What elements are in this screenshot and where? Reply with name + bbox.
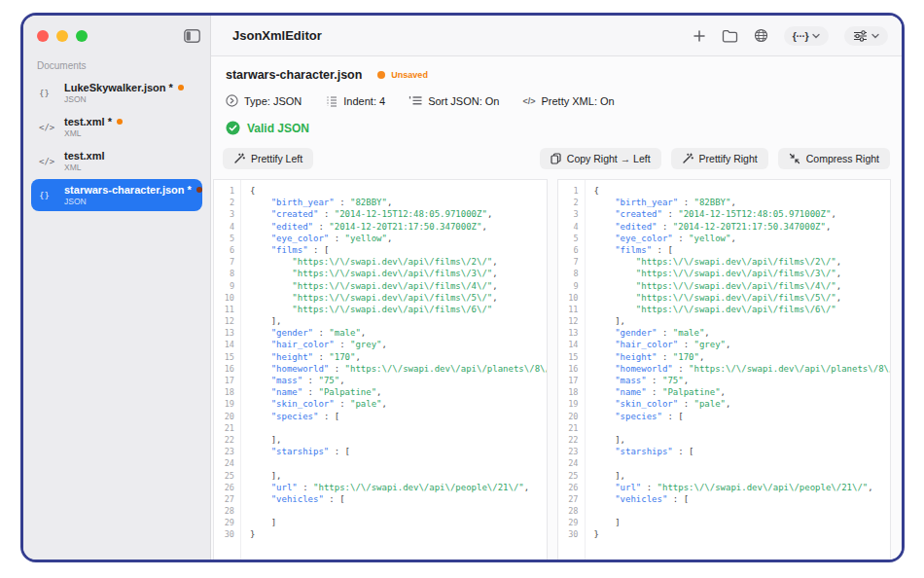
compress-right-button[interactable]: Compress Right bbox=[778, 148, 890, 169]
code-line: "edited" : "2014-12-20T21:17:50.347000Z"… bbox=[250, 221, 547, 233]
setting-label: Type: JSON bbox=[244, 95, 302, 107]
sidebar-item-test-xml[interactable]: </> test.xml XML bbox=[31, 145, 202, 177]
line-number: 20 bbox=[214, 411, 234, 422]
line-number: 15 bbox=[558, 351, 579, 363]
code-line: "https:\/\/swapi.dev\/api\/films\/6\/" bbox=[594, 304, 891, 315]
close-window-button[interactable] bbox=[37, 30, 49, 42]
line-number: 5 bbox=[214, 233, 234, 244]
line-number: 20 bbox=[558, 411, 579, 422]
traffic-lights bbox=[37, 30, 88, 42]
setting-label: Pretty XML: On bbox=[542, 95, 615, 107]
minimize-window-button[interactable] bbox=[56, 30, 68, 42]
line-number: 12 bbox=[558, 315, 579, 327]
json-braces-icon: {} bbox=[39, 191, 56, 200]
code-line: "eye_color" : "yellow", bbox=[250, 233, 547, 244]
line-number: 2 bbox=[214, 197, 234, 208]
code-line: ], bbox=[594, 470, 891, 482]
sidebar-item-test-xml-dirty[interactable]: </> test.xml * XML bbox=[31, 111, 202, 143]
line-number: 3 bbox=[558, 208, 579, 220]
document-list: {} LukeSkywalker.json * JSON </> test.xm… bbox=[31, 77, 202, 211]
line-number: 6 bbox=[558, 244, 579, 256]
format-menu-button[interactable]: {···} bbox=[784, 26, 829, 46]
sidebar-item-starwars-character-json[interactable]: {} starwars-character.json * JSON bbox=[31, 179, 202, 211]
code-line: "films" : [ bbox=[594, 244, 891, 256]
options-menu-button[interactable] bbox=[844, 26, 888, 46]
code-line: "vehicles" : [ bbox=[250, 493, 547, 505]
line-number: 28 bbox=[214, 505, 234, 517]
code-line: "https:\/\/swapi.dev\/api\/films\/3\/", bbox=[250, 268, 547, 279]
line-number: 26 bbox=[558, 482, 579, 493]
left-editor-pane[interactable]: 1234567891011121314151617181920212223242… bbox=[213, 179, 548, 560]
setting-type[interactable]: Type: JSON bbox=[226, 94, 302, 107]
code-line: "https:\/\/swapi.dev\/api\/films\/4\/", bbox=[250, 280, 547, 292]
code-line: { bbox=[250, 185, 547, 197]
line-number: 11 bbox=[214, 304, 234, 315]
setting-pretty-xml[interactable]: </> Pretty XML: On bbox=[522, 95, 614, 107]
line-number: 29 bbox=[558, 517, 579, 528]
code-line: ], bbox=[250, 434, 547, 446]
code-line: "vehicles" : [ bbox=[594, 493, 891, 505]
line-number: 18 bbox=[558, 386, 579, 398]
code-line: "mass" : "75", bbox=[250, 375, 547, 386]
magic-wand-icon bbox=[682, 153, 693, 164]
line-number: 16 bbox=[214, 363, 234, 375]
code-brackets-icon: </> bbox=[522, 96, 535, 106]
code-line: ] bbox=[250, 517, 547, 528]
new-document-icon[interactable] bbox=[693, 29, 706, 43]
code-line bbox=[594, 422, 891, 434]
zoom-window-button[interactable] bbox=[76, 30, 88, 42]
editor-content: starwars-character.json Unsaved Type: JS… bbox=[211, 56, 902, 560]
line-number: 13 bbox=[558, 327, 579, 339]
json-code-area[interactable]: { "birth_year" : "82BBY", "created" : "2… bbox=[241, 180, 547, 560]
unsaved-status-label: Unsaved bbox=[391, 70, 428, 80]
code-line: "height" : "170", bbox=[250, 351, 547, 363]
line-number: 27 bbox=[558, 493, 579, 505]
button-label: Copy Right → Left bbox=[567, 153, 651, 164]
line-number-gutter: 1234567891011121314151617181920212223242… bbox=[214, 180, 241, 560]
sidebar-item-lukeskywalker-json[interactable]: {} LukeSkywalker.json * JSON bbox=[31, 77, 202, 109]
line-number: 15 bbox=[214, 351, 234, 363]
doc-type-label: XML bbox=[64, 128, 123, 138]
setting-indent[interactable]: Indent: 4 bbox=[325, 95, 385, 107]
valid-check-icon bbox=[226, 121, 240, 135]
line-number: 9 bbox=[558, 280, 579, 292]
line-number: 4 bbox=[214, 221, 234, 233]
line-number: 10 bbox=[214, 292, 234, 304]
globe-icon[interactable] bbox=[754, 28, 768, 43]
json-code-area[interactable]: { "birth_year" : "82BBY", "created" : "2… bbox=[586, 180, 891, 560]
setting-sort-json[interactable]: Sort JSON: On bbox=[409, 95, 499, 107]
prettify-left-button[interactable]: Prettify Left bbox=[223, 148, 313, 169]
line-number: 5 bbox=[558, 233, 579, 244]
code-line: "https:\/\/swapi.dev\/api\/films\/5\/", bbox=[250, 292, 547, 304]
button-label: Compress Right bbox=[806, 153, 879, 164]
line-number: 6 bbox=[214, 244, 234, 256]
line-number: 1 bbox=[214, 185, 234, 197]
code-line: "hair_color" : "grey", bbox=[594, 339, 891, 350]
sidebar-toggle-icon[interactable] bbox=[184, 29, 200, 43]
app-title: JsonXmlEditor bbox=[232, 28, 322, 43]
code-line: "https:\/\/swapi.dev\/api\/films\/5\/", bbox=[594, 292, 891, 304]
code-line: "https:\/\/swapi.dev\/api\/films\/2\/", bbox=[594, 256, 891, 268]
doc-type-label: JSON bbox=[64, 94, 184, 104]
open-folder-icon[interactable] bbox=[722, 29, 738, 43]
compress-arrows-icon bbox=[789, 153, 800, 164]
line-number: 21 bbox=[214, 422, 234, 434]
settings-row: Type: JSON Indent: 4 Sort bbox=[223, 94, 890, 107]
right-editor-pane[interactable]: 1234567891011121314151617181920212223242… bbox=[557, 179, 892, 560]
code-line: { bbox=[594, 185, 891, 197]
line-number: 17 bbox=[214, 375, 234, 386]
chevron-down-icon bbox=[812, 33, 820, 39]
line-number: 19 bbox=[214, 398, 234, 410]
code-line: "skin_color" : "pale", bbox=[250, 398, 547, 410]
code-line: "species" : [ bbox=[250, 411, 547, 422]
line-number: 1 bbox=[558, 185, 579, 197]
line-number: 3 bbox=[214, 208, 234, 220]
copy-right-to-left-button[interactable]: Copy Right → Left bbox=[540, 148, 661, 169]
code-line: "https:\/\/swapi.dev\/api\/films\/3\/", bbox=[594, 268, 891, 279]
code-line: "birth_year" : "82BBY", bbox=[250, 197, 547, 208]
code-line: } bbox=[594, 528, 891, 540]
code-line: "created" : "2014-12-15T12:48:05.971000Z… bbox=[250, 208, 547, 220]
prettify-right-button[interactable]: Prettify Right bbox=[671, 148, 768, 169]
line-number: 12 bbox=[214, 315, 234, 327]
code-line: "edited" : "2014-12-20T21:17:50.347000Z"… bbox=[594, 221, 891, 233]
